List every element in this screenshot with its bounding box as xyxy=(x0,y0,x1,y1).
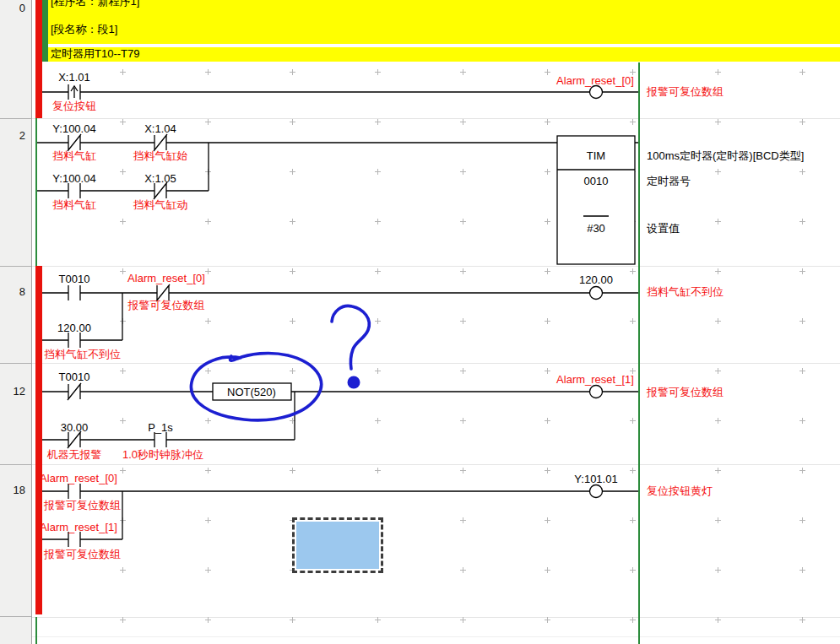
coil-name-label: Alarm_reset_[1] xyxy=(556,373,634,386)
rung-comment-text: 定时器用T10--T79 xyxy=(51,47,139,60)
rung-12-wire xyxy=(42,392,639,440)
contact-rising-edge-x1.01[interactable] xyxy=(68,84,80,100)
question-mark-dot xyxy=(348,376,360,389)
tim-mnemonic: TIM xyxy=(587,149,605,162)
rung-number-8[interactable]: 8 xyxy=(0,285,25,298)
contact-address-label: T0010 xyxy=(59,371,90,383)
contact-address-label: X:1.05 xyxy=(144,172,176,185)
contact-address-label: X:1.01 xyxy=(58,71,90,84)
contact-nc-x1.04[interactable] xyxy=(154,134,167,151)
coil-name-label: Alarm_reset_[0] xyxy=(556,74,634,87)
contact-no-p1s[interactable] xyxy=(154,432,166,447)
tim-comment-operand2: 设置值 xyxy=(647,222,680,235)
not-instruction-label: NOT(520) xyxy=(227,386,276,398)
tim-comment-title: 100ms定时器(定时器)[BCD类型] xyxy=(647,149,804,162)
coil-alarm-reset-0[interactable] xyxy=(590,86,603,99)
tim-set-value: #30 xyxy=(587,222,605,235)
contact-address-label: Alarm_reset_[1] xyxy=(40,521,117,533)
rung-2-wire xyxy=(36,143,557,191)
contact-comment: 挡料气缸 xyxy=(52,149,96,162)
rung-number-0[interactable]: 0 xyxy=(0,2,25,14)
contact-comment: 报警可复位数组 xyxy=(44,499,121,511)
contact-comment: 机器无报警 xyxy=(47,448,102,461)
coil-y101.01[interactable] xyxy=(590,485,603,498)
contact-comment: 1.0秒时钟脉冲位 xyxy=(122,448,203,461)
selected-cell-fill xyxy=(296,522,379,569)
contact-address-label: Alarm_reset_[0] xyxy=(40,472,117,484)
rung-separator xyxy=(32,636,840,637)
rung-number-12[interactable]: 12 xyxy=(0,385,25,398)
contact-comment: 报警可复位数组 xyxy=(44,548,121,560)
contact-no-alarm-reset-0[interactable] xyxy=(68,484,80,499)
contact-comment: 挡料气缸始 xyxy=(133,149,188,162)
selected-cell-highlight[interactable] xyxy=(292,517,383,573)
contact-address-label: Y:100.04 xyxy=(52,122,95,135)
coil-name-label: 120.00 xyxy=(579,273,613,286)
rung-separator xyxy=(32,464,840,465)
contact-comment: 挡料气缸 xyxy=(52,198,96,211)
rung-status-bar-red xyxy=(35,266,42,614)
contact-address-label: 120.00 xyxy=(57,322,91,334)
contact-nc-y100.04[interactable] xyxy=(68,134,81,151)
coil-comment: 报警可复位数组 xyxy=(647,85,723,98)
coil-comment: 挡料气缸不到位 xyxy=(647,285,723,298)
tim-comment-operand1: 定时器号 xyxy=(647,175,691,187)
contact-comment: 复位按钮 xyxy=(52,100,96,112)
section-name-text: [段名称：段1] xyxy=(51,23,117,35)
rung-comment-banner[interactable]: 定时器用T10--T79 xyxy=(48,47,840,62)
rung-separator xyxy=(32,266,840,267)
contact-comment: 挡料气缸动 xyxy=(133,198,188,211)
rung-status-bar-red xyxy=(35,0,42,118)
contact-nc-t0010[interactable] xyxy=(68,383,81,400)
contact-no-t0010[interactable] xyxy=(68,285,80,300)
section-status-bar-green xyxy=(42,0,48,62)
question-mark-annotation xyxy=(332,306,369,369)
coil-alarm-reset-1[interactable] xyxy=(590,386,603,398)
contact-address-label: T0010 xyxy=(59,273,90,285)
program-comment-banner[interactable]: [程序名：新程序1] [段名称：段1] xyxy=(48,0,840,44)
rung-separator xyxy=(32,363,840,364)
contact-address-label: P_1s xyxy=(148,421,173,434)
rung-number-18[interactable]: 18 xyxy=(0,484,25,496)
tim-timer-number: 0010 xyxy=(584,175,609,187)
coil-comment: 报警可复位数组 xyxy=(647,386,723,398)
contact-no-120.00[interactable] xyxy=(68,333,80,348)
contact-address-label: 30.00 xyxy=(61,421,89,434)
rung-number-2[interactable]: 2 xyxy=(0,129,25,142)
ladder-editor-canvas: 0 2 8 12 18 xyxy=(0,0,840,644)
contact-address-label: Alarm_reset_[0] xyxy=(127,272,205,284)
rung-number-gutter xyxy=(0,0,32,644)
contact-address-label: Y:100.04 xyxy=(52,172,95,185)
contact-comment: 报警可复位数组 xyxy=(128,299,205,311)
contact-no-alarm-reset-1[interactable] xyxy=(68,532,80,547)
coil-comment: 复位按钮黄灯 xyxy=(647,484,713,497)
contact-address-label: X:1.04 xyxy=(144,122,176,135)
contact-no-y100.04[interactable] xyxy=(68,183,80,198)
program-name-text: [程序名：新程序1] xyxy=(51,0,139,8)
contact-nc-x1.05[interactable] xyxy=(154,182,167,199)
contact-comment: 挡料气缸不到位 xyxy=(44,348,121,360)
coil-120.00[interactable] xyxy=(590,287,603,300)
coil-name-label: Y:101.01 xyxy=(574,473,617,485)
contact-nc-30.00[interactable] xyxy=(68,431,81,448)
